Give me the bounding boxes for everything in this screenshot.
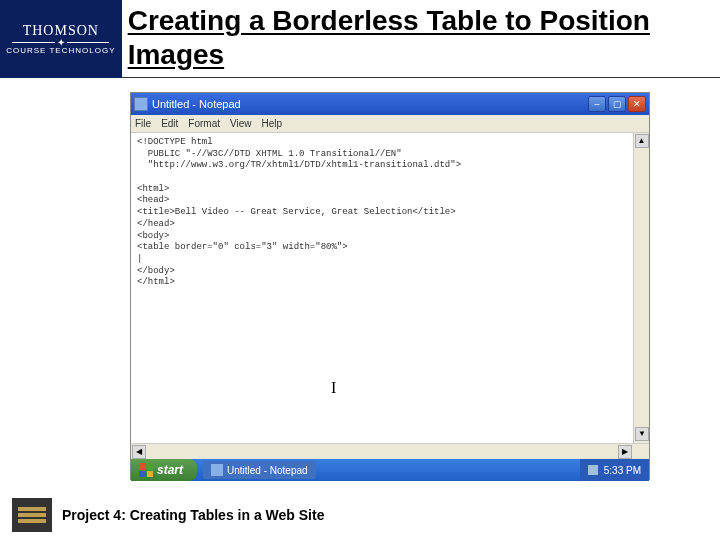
taskbar-app-icon — [211, 464, 223, 476]
maximize-button[interactable]: ▢ — [608, 96, 626, 112]
logo-divider: ✦ — [12, 42, 109, 43]
menu-edit[interactable]: Edit — [161, 118, 178, 129]
notepad-icon — [134, 97, 148, 111]
slide-footer: Project 4: Creating Tables in a Web Site — [0, 498, 720, 532]
scroll-track[interactable] — [147, 444, 617, 459]
windows-logo-icon — [139, 463, 153, 477]
taskbar-app[interactable]: Untitled - Notepad — [203, 461, 316, 479]
tray-icon[interactable] — [588, 465, 598, 475]
menu-format[interactable]: Format — [188, 118, 220, 129]
system-tray[interactable]: 5:33 PM — [580, 459, 649, 481]
editor-area: <!DOCTYPE html PUBLIC "-//W3C//DTD XHTML… — [131, 133, 649, 443]
series-logo — [12, 498, 52, 532]
vertical-scrollbar[interactable]: ▲ ▼ — [633, 133, 649, 443]
slide-title: Creating a Borderless Table to Position … — [122, 0, 720, 75]
windows-taskbar: start Untitled - Notepad 5:33 PM — [131, 459, 649, 481]
start-label: start — [157, 463, 183, 477]
minimize-button[interactable]: – — [588, 96, 606, 112]
start-button[interactable]: start — [131, 459, 197, 481]
slide-header: THOMSON ✦ COURSE TECHNOLOGY Creating a B… — [0, 0, 720, 78]
menu-bar: File Edit Format View Help — [131, 115, 649, 133]
menu-view[interactable]: View — [230, 118, 252, 129]
text-cursor-icon: I — [331, 379, 336, 397]
taskbar-app-label: Untitled - Notepad — [227, 465, 308, 476]
window-title: Untitled - Notepad — [152, 98, 588, 110]
notepad-window: Untitled - Notepad – ▢ ✕ File Edit Forma… — [130, 92, 650, 480]
scroll-right-icon[interactable]: ▶ — [618, 445, 632, 459]
scroll-up-icon[interactable]: ▲ — [635, 134, 649, 148]
menu-help[interactable]: Help — [262, 118, 283, 129]
scroll-down-icon[interactable]: ▼ — [635, 427, 649, 441]
scroll-left-icon[interactable]: ◀ — [132, 445, 146, 459]
thomson-logo: THOMSON ✦ COURSE TECHNOLOGY — [0, 0, 122, 78]
star-icon: ✦ — [55, 37, 67, 48]
horizontal-scrollbar[interactable]: ◀ ▶ — [131, 443, 649, 459]
window-controls: – ▢ ✕ — [588, 96, 646, 112]
clock: 5:33 PM — [604, 465, 641, 476]
window-titlebar[interactable]: Untitled - Notepad – ▢ ✕ — [131, 93, 649, 115]
close-button[interactable]: ✕ — [628, 96, 646, 112]
text-editor[interactable]: <!DOCTYPE html PUBLIC "-//W3C//DTD XHTML… — [131, 133, 633, 443]
footer-text: Project 4: Creating Tables in a Web Site — [62, 507, 324, 523]
resize-corner[interactable] — [633, 444, 649, 459]
menu-file[interactable]: File — [135, 118, 151, 129]
